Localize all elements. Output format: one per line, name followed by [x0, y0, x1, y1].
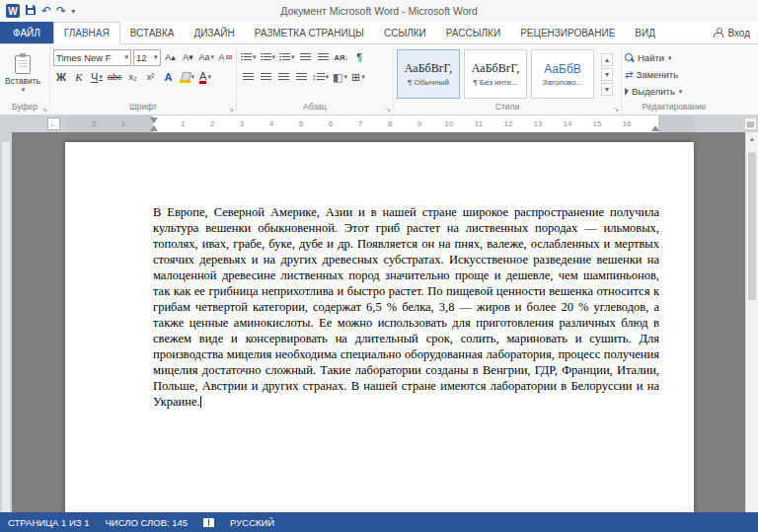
document-page[interactable]: В Европе, Северной Америке, Азии и в наш…: [65, 142, 694, 512]
ruler-left-margin: 21: [65, 115, 153, 132]
strikethrough-button[interactable]: abc: [107, 68, 123, 86]
italic-button[interactable]: К: [71, 68, 87, 86]
ruler-number: 1: [109, 115, 138, 132]
numbering-button[interactable]: ▾: [260, 48, 277, 66]
tab-references[interactable]: ССЫЛКИ: [374, 22, 436, 43]
save-icon[interactable]: [25, 4, 37, 18]
shading-button[interactable]: ◧▾: [332, 68, 348, 86]
paragraph-text: В Европе, Северной Америке, Азии и в наш…: [153, 205, 659, 409]
right-indent-marker[interactable]: [651, 125, 659, 131]
qat-customize-icon[interactable]: ▾: [71, 7, 75, 16]
font-size-dropdown-icon: ▾: [154, 53, 158, 61]
horizontal-ruler: ∟ 21 12345678910111213141516 ▤: [0, 115, 758, 132]
increase-indent-button[interactable]: [316, 48, 332, 66]
sign-in[interactable]: Вход: [714, 22, 750, 43]
ruler-number: 15: [582, 115, 612, 132]
ruler-number: 3: [227, 115, 257, 132]
justify-button[interactable]: [293, 68, 309, 86]
select-button[interactable]: Выделить ▾: [625, 83, 723, 100]
person-icon: [714, 28, 723, 38]
sort-button[interactable]: АЯ↓: [334, 48, 350, 66]
borders-button[interactable]: ⊞▾: [350, 68, 366, 86]
underline-button[interactable]: Ч▾: [89, 68, 105, 86]
scroll-up-icon[interactable]: ▲: [746, 132, 758, 145]
ruler-number: 16: [612, 115, 642, 132]
tab-design[interactable]: ДИЗАЙН: [185, 22, 245, 43]
redo-icon[interactable]: ↷: [56, 5, 66, 17]
style-heading1[interactable]: АаБбВ Заголово...: [531, 49, 594, 99]
clipboard-icon: [15, 55, 31, 74]
text-effects-button[interactable]: А: [161, 68, 177, 86]
paste-dropdown-icon: ▾: [22, 86, 26, 94]
ruler-number: 10: [434, 115, 464, 132]
font-name-combo[interactable]: Times New F ▾: [53, 49, 131, 66]
find-icon: [625, 53, 635, 63]
document-text[interactable]: В Европе, Северной Америке, Азии и в наш…: [65, 142, 694, 410]
superscript-button[interactable]: x²: [143, 68, 159, 86]
left-indent-marker[interactable]: [150, 125, 158, 131]
replace-label: Заменить: [636, 69, 678, 80]
borders-dropdown-icon: ▾: [361, 73, 365, 81]
find-dropdown-icon: ▾: [668, 54, 672, 62]
align-right-button[interactable]: [275, 68, 291, 86]
eraser-icon: [226, 55, 232, 59]
style-gallery-down-button[interactable]: ▼: [601, 68, 613, 81]
subscript-button[interactable]: x₂: [125, 68, 141, 86]
font-name-value: Times New F: [56, 52, 112, 63]
font-dialog-launcher[interactable]: ↘: [228, 106, 234, 113]
align-center-button[interactable]: [258, 68, 273, 86]
line-spacing-button[interactable]: ↕▾: [311, 68, 330, 86]
styles-dialog-launcher[interactable]: ↘: [613, 106, 619, 113]
tab-mailings[interactable]: РАССЫЛКИ: [436, 22, 510, 43]
paste-button[interactable]: Вставить ▾: [3, 47, 42, 101]
clipboard-dialog-launcher[interactable]: ↘: [41, 106, 47, 113]
word-logo-icon[interactable]: W: [6, 4, 20, 18]
font-color-button[interactable]: А▾: [197, 68, 213, 86]
font-size-combo[interactable]: 12 ▾: [133, 49, 161, 66]
vertical-scrollbar[interactable]: ▲: [745, 132, 758, 512]
clipboard-group: Вставить ▾ Буфер об... ↘: [0, 44, 49, 114]
tab-home[interactable]: ГЛАВНАЯ: [53, 22, 120, 44]
first-line-indent-marker[interactable]: [150, 117, 158, 123]
find-button[interactable]: Найти ▾: [625, 49, 723, 66]
word-count-status[interactable]: ЧИСЛО СЛОВ: 145: [106, 517, 189, 528]
paragraph-dialog-launcher[interactable]: ↘: [385, 106, 391, 113]
paragraph-group: ▾ ▾ ▾ АЯ↓ ¶ ↕▾ ◧▾ ⊞▾ Абз: [237, 44, 393, 114]
multilevel-list-button[interactable]: ▾: [278, 48, 296, 66]
change-case-button[interactable]: Аа▾: [198, 48, 215, 66]
tab-page-layout[interactable]: РАЗМЕТКА СТРАНИЦЫ: [245, 22, 374, 43]
font-color-glyph: А: [199, 71, 206, 84]
shading-icon: ◧: [333, 71, 342, 84]
page-count-status[interactable]: СТРАНИЦА 1 ИЗ 1: [8, 517, 90, 528]
show-marks-button[interactable]: ¶: [351, 48, 367, 66]
style-no-spacing[interactable]: АаБбВгГ, ¶ Без инте...: [464, 49, 527, 99]
proofing-status[interactable]: [203, 518, 214, 527]
language-status[interactable]: РУССКИЙ: [230, 517, 274, 528]
style-gallery-up-button[interactable]: ▲: [601, 53, 613, 66]
bullet-list-icon: [241, 53, 252, 62]
quick-access-toolbar: W ↶ ↷ ▾: [0, 4, 75, 18]
replace-button[interactable]: ⇄ Заменить: [625, 66, 723, 83]
style-normal[interactable]: АаБбВгГ, ¶ Обычный: [397, 49, 460, 99]
scrollbar-thumb[interactable]: [748, 152, 756, 300]
align-left-icon: [243, 73, 254, 82]
tab-insert[interactable]: ВСТАВКА: [120, 22, 185, 43]
bold-button[interactable]: Ж: [53, 68, 69, 86]
decrease-indent-button[interactable]: [298, 48, 314, 66]
shrink-font-button[interactable]: А▾: [181, 48, 196, 66]
align-right-icon: [278, 73, 289, 82]
tab-file[interactable]: ФАЙЛ: [0, 22, 53, 43]
ruler-toggle-icon[interactable]: ▤: [744, 117, 757, 130]
select-label: Выделить: [632, 86, 675, 97]
undo-icon[interactable]: ↶: [41, 5, 51, 17]
grow-font-button[interactable]: А▴: [163, 48, 179, 66]
tab-stop-selector[interactable]: ∟: [47, 117, 60, 130]
clear-formatting-button[interactable]: А: [217, 48, 233, 66]
line-spacing-dropdown-icon: ▾: [326, 73, 330, 81]
style-gallery-more-button[interactable]: ▼: [601, 83, 613, 96]
tab-review[interactable]: РЕЦЕНЗИРОВАНИЕ: [510, 22, 625, 43]
highlight-button[interactable]: ▾: [179, 68, 196, 86]
tab-view[interactable]: ВИД: [625, 22, 665, 43]
bullets-button[interactable]: ▾: [240, 48, 258, 66]
align-left-button[interactable]: [240, 68, 256, 86]
